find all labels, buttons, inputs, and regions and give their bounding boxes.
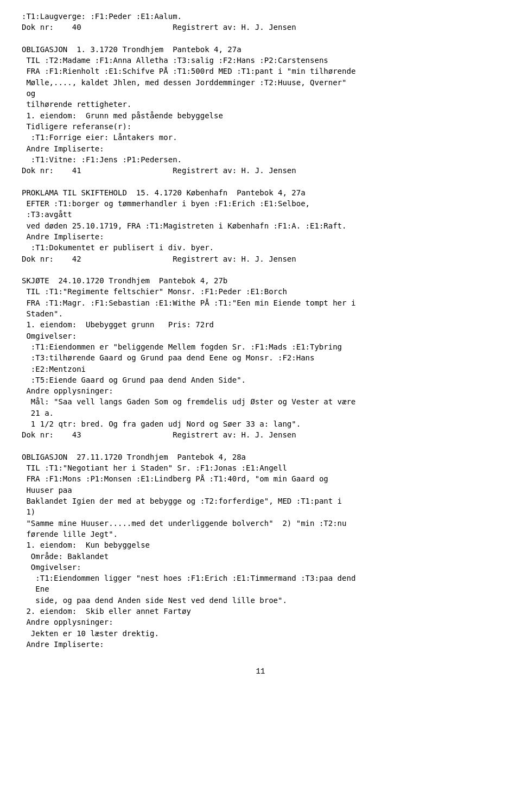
page-number: 11 — [22, 666, 499, 677]
main-text: :T1:Laugverge: :F1:Peder :E1:Aalum. Dok … — [22, 11, 499, 650]
page-content: :T1:Laugverge: :F1:Peder :E1:Aalum. Dok … — [22, 11, 499, 650]
